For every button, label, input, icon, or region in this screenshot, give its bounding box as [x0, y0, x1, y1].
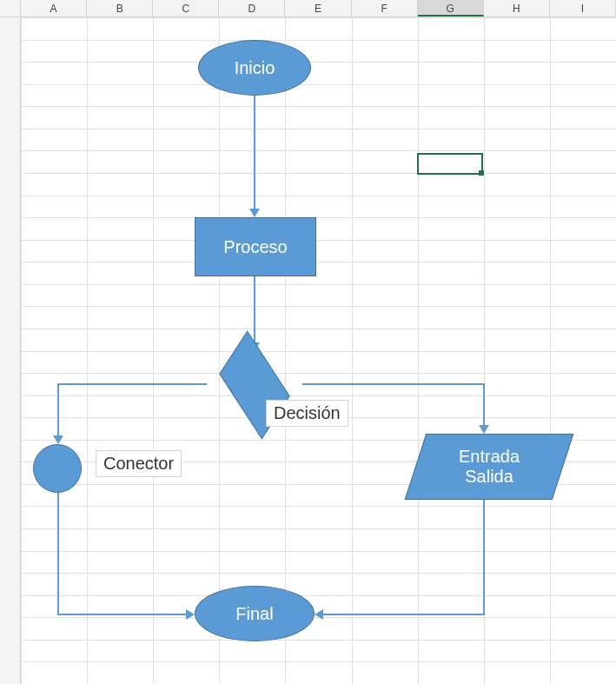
column-header-g[interactable]: G — [418, 0, 484, 17]
edge-process-decision — [254, 276, 255, 344]
arrowhead-icon — [315, 609, 323, 620]
column-header-d[interactable]: D — [219, 0, 285, 17]
column-header-row: A B C D E F G H I — [0, 0, 616, 17]
io-label: Entrada Salida — [459, 447, 520, 487]
flowchart-connector[interactable] — [33, 444, 82, 493]
start-label: Inicio — [235, 58, 275, 78]
process-label: Proceso — [223, 237, 287, 257]
flowchart-canvas: Inicio Proceso Decisión Conector Entrada… — [21, 17, 616, 684]
decision-label: Decisión — [274, 403, 341, 422]
column-header-f[interactable]: F — [352, 0, 418, 17]
row-header-gutter — [0, 17, 21, 684]
edge-decision-right-h — [302, 383, 485, 385]
column-header-h[interactable]: H — [484, 0, 550, 17]
edge-connector-end-v — [57, 493, 59, 614]
arrowhead-icon — [186, 609, 195, 620]
decision-label-box[interactable]: Decisión — [266, 400, 348, 427]
arrowhead-icon — [53, 435, 63, 444]
column-header-a[interactable]: A — [21, 0, 87, 17]
edge-connector-end-h — [57, 614, 188, 615]
edge-start-process — [254, 96, 255, 210]
edge-decision-right-v — [483, 383, 485, 427]
flowchart-end-terminator[interactable]: Final — [195, 586, 315, 641]
end-label: Final — [235, 604, 273, 624]
flowchart-process[interactable]: Proceso — [195, 217, 316, 276]
edge-io-end-h — [321, 614, 485, 615]
connector-label: Conector — [103, 454, 174, 473]
connector-label-box[interactable]: Conector — [96, 450, 182, 477]
select-all-corner[interactable] — [0, 0, 21, 17]
arrowhead-icon — [249, 209, 260, 217]
flowchart-start-terminator[interactable]: Inicio — [198, 40, 311, 96]
arrowhead-icon — [479, 425, 489, 434]
edge-io-end-v — [483, 500, 485, 614]
column-header-i[interactable]: I — [550, 0, 616, 17]
flowchart-io[interactable]: Entrada Salida — [405, 434, 574, 500]
column-header-e[interactable]: E — [285, 0, 351, 17]
edge-decision-left-v — [57, 383, 59, 437]
column-header-b[interactable]: B — [87, 0, 153, 17]
column-header-c[interactable]: C — [153, 0, 219, 17]
edge-decision-left-h — [57, 383, 207, 385]
